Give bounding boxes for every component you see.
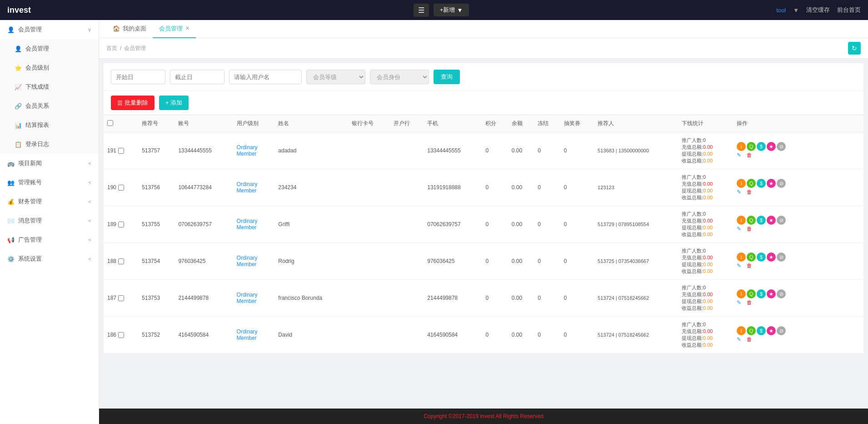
delete-button[interactable]: 🗑 (747, 262, 752, 269)
sidebar-item-label: 会员管理 (25, 45, 49, 53)
edit-button[interactable]: ✎ (737, 189, 741, 195)
row-downline: 推广人数:0 充值总额:0.00 提现总额:0.00 收益总额:0.00 (678, 132, 733, 169)
sidebar-item-member-mgmt[interactable]: 👤 会员管理 ∨ (0, 20, 99, 39)
edit-button[interactable]: ✎ (737, 299, 741, 306)
menu-button[interactable]: ☰ (414, 4, 429, 17)
info-button[interactable]: i (737, 289, 746, 298)
sidebar-item-system-settings[interactable]: ⚙️ 系统设置 < (0, 249, 99, 268)
stop-button[interactable]: ⊘ (777, 216, 786, 225)
member-table: 推荐号 账号 用户级别 姓名 银行卡号 开户行 手机 积分 余额 冻结 抽奖券 … (104, 115, 863, 353)
recharge-button[interactable]: $ (757, 142, 766, 151)
search-button[interactable]: Q (747, 142, 756, 151)
delete-button[interactable]: 🗑 (747, 226, 752, 232)
edit-button[interactable]: ✎ (737, 262, 741, 269)
sidebar-item-label: 系统设置 (18, 255, 42, 263)
row-bank (390, 169, 424, 206)
tab-home[interactable]: 🏠 我的桌面 (106, 20, 153, 38)
ad-icon: 📢 (7, 236, 15, 243)
sidebar-item-member-relation[interactable]: 🔗 会员关系 (0, 96, 99, 116)
tool-link[interactable]: tool (776, 7, 786, 14)
select-all-checkbox[interactable] (107, 120, 113, 126)
sidebar-item-login-log[interactable]: 📋 登录日志 (0, 135, 99, 154)
row-points: 0 (482, 317, 508, 353)
username-input[interactable] (229, 70, 302, 84)
close-icon[interactable]: ✕ (185, 25, 190, 31)
delete-button[interactable]: 🗑 (747, 189, 752, 195)
gift-button[interactable]: ★ (767, 289, 776, 298)
gift-button[interactable]: ★ (767, 142, 776, 151)
info-button[interactable]: i (737, 216, 746, 225)
info-button[interactable]: i (737, 326, 746, 335)
row-account: 07062639757 (175, 206, 233, 243)
row-checkbox[interactable] (118, 222, 124, 227)
search-button[interactable]: Q (747, 289, 756, 298)
row-num-cell: 190 (104, 169, 138, 206)
stop-button[interactable]: ⊘ (777, 289, 786, 298)
gift-button[interactable]: ★ (767, 216, 776, 225)
row-checkbox[interactable] (118, 185, 124, 191)
stop-button[interactable]: ⊘ (777, 179, 786, 188)
row-checkbox[interactable] (118, 295, 124, 301)
sidebar-item-project-news[interactable]: 🚌 项目新闻 < (0, 154, 99, 173)
info-button[interactable]: i (737, 179, 746, 188)
query-button[interactable]: 查询 (434, 70, 460, 84)
batch-delete-button[interactable]: ☰ 批量删除 (111, 96, 155, 110)
row-balance: 0.00 (508, 169, 534, 206)
search-button[interactable]: Q (747, 326, 756, 335)
edit-button[interactable]: ✎ (737, 152, 741, 158)
row-checkbox[interactable] (118, 148, 124, 154)
sidebar-item-ad-mgmt[interactable]: 📢 广告管理 < (0, 230, 99, 249)
sidebar-item-member-manage[interactable]: 👤 会员管理 (0, 39, 99, 58)
gift-button[interactable]: ★ (767, 326, 776, 335)
row-ops: i Q $ ★ ⊘ ✎ 🗑 (733, 243, 863, 280)
breadcrumb-separator: / (120, 45, 121, 51)
delete-button[interactable]: 🗑 (747, 299, 752, 306)
gift-button[interactable]: ★ (767, 252, 776, 262)
front-page-button[interactable]: 前台首页 (837, 6, 861, 14)
recharge-button[interactable]: $ (757, 289, 766, 298)
edit-button[interactable]: ✎ (737, 336, 741, 343)
search-button[interactable]: Q (747, 179, 756, 188)
col-phone: 手机 (424, 115, 482, 132)
stop-button[interactable]: ⊘ (777, 326, 786, 335)
tab-member-manage[interactable]: 会员管理 ✕ (153, 20, 196, 38)
info-button[interactable]: i (737, 142, 746, 151)
end-date-input[interactable] (170, 70, 224, 84)
row-lottery: 0 (560, 243, 594, 280)
row-referrer: 513725 | 07354036667 (594, 243, 678, 280)
breadcrumb-home[interactable]: 首页 (106, 45, 117, 52)
sidebar-item-member-level[interactable]: ⭐ 会员级别 (0, 58, 99, 77)
search-button[interactable]: Q (747, 216, 756, 225)
refresh-button[interactable]: ↻ (848, 42, 861, 55)
clear-store-button[interactable]: 清空缓存 (806, 6, 830, 14)
recharge-button[interactable]: $ (757, 326, 766, 335)
info-button[interactable]: i (737, 252, 746, 262)
sidebar-item-admin-account[interactable]: 👥 管理账号 < (0, 173, 99, 192)
start-date-input[interactable] (111, 70, 165, 84)
row-bank (390, 243, 424, 280)
dropdown-arrow-icon: ▼ (457, 7, 463, 14)
row-bank-card (348, 169, 390, 206)
row-checkbox[interactable] (118, 332, 124, 338)
search-button[interactable]: Q (747, 252, 756, 262)
member-level-select[interactable]: 会员等级 (306, 70, 365, 84)
recharge-button[interactable]: $ (757, 216, 766, 225)
member-identity-select[interactable]: 会员身份 (370, 70, 429, 84)
sidebar-item-finance-mgmt[interactable]: 💰 财务管理 < (0, 192, 99, 211)
col-checkbox (104, 115, 138, 132)
recharge-button[interactable]: $ (757, 252, 766, 262)
sidebar-item-downline[interactable]: 📈 下线成绩 (0, 77, 99, 96)
sidebar-item-message-mgmt[interactable]: ✉️ 消息管理 < (0, 211, 99, 230)
stop-button[interactable]: ⊘ (777, 252, 786, 262)
delete-button[interactable]: 🗑 (747, 152, 752, 158)
top-header: invest ☰ +新增 ▼ tool ▼ 清空缓存 前台首页 (0, 0, 868, 20)
sidebar-item-settlement-report[interactable]: 📊 结算报表 (0, 116, 99, 135)
delete-button[interactable]: 🗑 (747, 336, 752, 343)
gift-button[interactable]: ★ (767, 179, 776, 188)
stop-button[interactable]: ⊘ (777, 142, 786, 151)
edit-button[interactable]: ✎ (737, 226, 741, 232)
add-new-button[interactable]: +新增 ▼ (434, 4, 469, 16)
row-checkbox[interactable] (118, 258, 124, 264)
recharge-button[interactable]: $ (757, 179, 766, 188)
add-member-button[interactable]: + 添加 (159, 96, 189, 110)
